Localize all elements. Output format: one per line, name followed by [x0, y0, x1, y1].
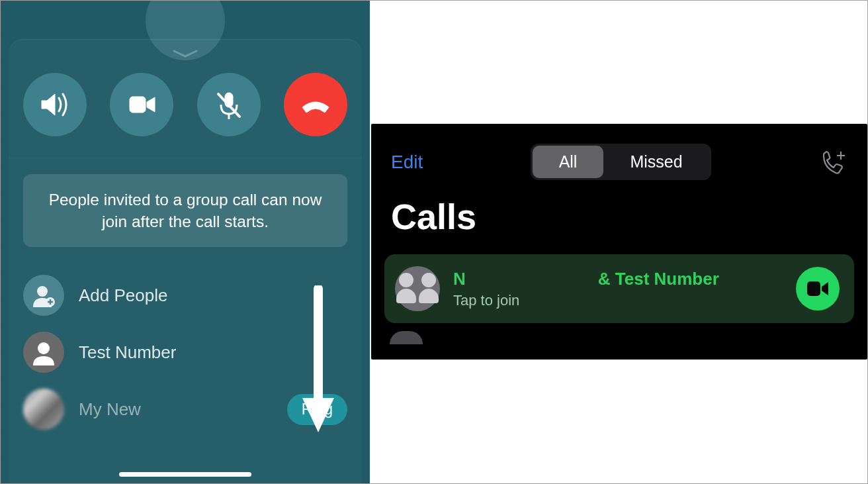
- call-title-left: N: [453, 269, 466, 289]
- list-item: [384, 331, 854, 344]
- group-avatar-icon: [395, 266, 440, 311]
- info-banner: People invited to a group call can now j…: [23, 174, 347, 247]
- segment-all[interactable]: All: [533, 146, 604, 178]
- edit-button[interactable]: Edit: [391, 152, 423, 173]
- call-subtitle: Tap to join: [453, 292, 783, 309]
- group-call-sheet: People invited to a group call can now j…: [1, 1, 370, 483]
- calls-filter-segmented: All Missed: [531, 144, 711, 180]
- page-title: Calls: [371, 189, 867, 249]
- end-call-button[interactable]: [284, 73, 347, 136]
- avatar-peek: [390, 331, 423, 344]
- svg-rect-12: [807, 281, 820, 296]
- speaker-button[interactable]: [23, 73, 87, 136]
- participant-label: Test Number: [79, 342, 347, 363]
- bottom-sheet: People invited to a group call can now j…: [9, 39, 362, 483]
- video-button[interactable]: [110, 73, 173, 136]
- add-people-row[interactable]: Add People: [9, 267, 362, 324]
- mic-off-icon: [212, 87, 246, 122]
- participant-row[interactable]: My New Ring: [9, 381, 362, 438]
- participant-row[interactable]: Test Number: [9, 324, 362, 381]
- participant-label: My New: [79, 399, 273, 420]
- call-info: N & Test Number Tap to join: [453, 269, 783, 309]
- join-call-button[interactable]: [796, 267, 840, 311]
- chevron-down-icon[interactable]: [173, 49, 198, 58]
- svg-point-8: [38, 342, 50, 354]
- new-call-button[interactable]: [818, 148, 847, 177]
- svg-rect-0: [130, 97, 146, 113]
- add-people-icon: [23, 275, 64, 316]
- add-people-label: Add People: [79, 285, 347, 306]
- speaker-icon: [38, 87, 72, 122]
- video-icon: [124, 87, 159, 122]
- home-indicator[interactable]: [119, 472, 251, 477]
- active-call-card[interactable]: N & Test Number Tap to join: [384, 254, 854, 323]
- segment-missed[interactable]: Missed: [603, 146, 709, 178]
- ring-button[interactable]: Ring: [287, 394, 347, 425]
- calls-screen: Edit All Missed Calls N & Test Number: [371, 124, 867, 360]
- call-title-right: & Test Number: [598, 269, 719, 289]
- mute-button[interactable]: [197, 73, 261, 136]
- divider: [9, 158, 362, 158]
- call-title: N & Test Number: [453, 269, 783, 289]
- end-call-icon: [298, 87, 333, 122]
- avatar-image: [23, 389, 64, 430]
- video-icon: [806, 279, 830, 299]
- person-icon: [23, 332, 64, 373]
- calls-header: Edit All Missed: [371, 124, 867, 189]
- phone-plus-icon: [818, 148, 847, 177]
- svg-point-4: [37, 286, 48, 297]
